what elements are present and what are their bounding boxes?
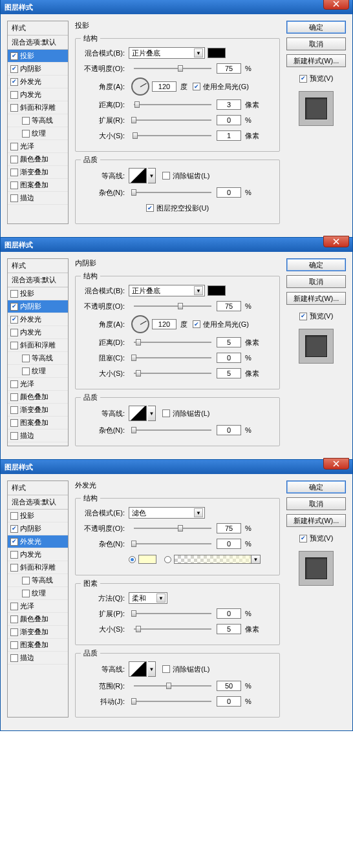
style-item-coloroverlay[interactable]: 颜色叠加 <box>8 613 68 626</box>
opacity-slider[interactable] <box>134 68 211 69</box>
checkbox-icon[interactable] <box>10 290 18 298</box>
jitter-slider[interactable] <box>134 701 211 702</box>
checkbox-icon[interactable] <box>10 104 18 112</box>
solid-color-radio[interactable] <box>129 556 136 563</box>
contour-picker[interactable] <box>129 406 147 421</box>
style-item-gradoverlay[interactable]: 渐变叠加 <box>8 626 68 639</box>
blending-defaults[interactable]: 混合选项:默认 <box>8 273 68 287</box>
style-item-gradoverlay[interactable]: 渐变叠加 <box>8 166 68 179</box>
style-item-satin[interactable]: 光泽 <box>8 600 68 613</box>
new-style-button[interactable]: 新建样式(W)... <box>286 514 346 527</box>
gradient-dropdown[interactable]: ▼ <box>251 555 261 564</box>
noise-value[interactable]: 0 <box>217 425 241 435</box>
range-slider[interactable] <box>134 685 211 687</box>
opacity-value[interactable]: 75 <box>217 301 241 311</box>
distance-slider[interactable] <box>134 104 211 105</box>
ok-button[interactable]: 确定 <box>286 21 346 34</box>
style-item-texture[interactable]: 纹理 <box>8 587 68 600</box>
style-item-gradoverlay[interactable]: 渐变叠加 <box>8 404 68 417</box>
checkbox-icon[interactable] <box>22 590 30 597</box>
noise-slider[interactable] <box>134 543 211 544</box>
checkbox-icon[interactable] <box>10 406 18 414</box>
cancel-button[interactable]: 取消 <box>286 37 346 50</box>
blendmode-select[interactable]: 正片叠底▼ <box>129 47 205 59</box>
style-item-coloroverlay[interactable]: 颜色叠加 <box>8 391 68 404</box>
style-item-stroke[interactable]: 描边 <box>8 652 68 665</box>
checkbox-icon[interactable] <box>10 512 18 520</box>
blending-defaults[interactable]: 混合选项:默认 <box>8 36 68 50</box>
preview-checkbox[interactable]: 预览(V) <box>286 311 346 321</box>
contour-picker[interactable] <box>129 168 147 183</box>
checkbox-icon[interactable] <box>10 603 18 610</box>
close-button[interactable] <box>323 0 349 10</box>
angle-value[interactable]: 120 <box>152 319 176 329</box>
style-item-stroke[interactable]: 描边 <box>8 192 68 205</box>
checkbox-icon[interactable] <box>22 367 30 375</box>
size-value[interactable]: 1 <box>217 130 241 141</box>
checkbox-icon[interactable] <box>10 65 18 73</box>
style-item-outerglow[interactable]: 外发光 <box>8 535 68 548</box>
style-item-innerglow[interactable]: 内发光 <box>8 88 68 101</box>
style-item-texture[interactable]: 纹理 <box>8 365 68 378</box>
titlebar[interactable]: 图层样式 <box>1 460 352 474</box>
ok-button[interactable]: 确定 <box>286 258 346 271</box>
size-slider[interactable] <box>134 373 211 374</box>
checkbox-icon[interactable] <box>299 313 307 320</box>
style-item-texture[interactable]: 纹理 <box>8 127 68 140</box>
preview-checkbox[interactable]: 预览(V) <box>286 74 346 83</box>
glow-gradient-picker[interactable] <box>174 555 251 564</box>
distance-slider[interactable] <box>134 342 211 343</box>
angle-dial[interactable] <box>131 315 149 333</box>
style-item-coloroverlay[interactable]: 颜色叠加 <box>8 153 68 166</box>
style-item-contour[interactable]: 等高线 <box>8 352 68 365</box>
shadow-color-swatch[interactable] <box>208 48 226 58</box>
style-item-outerglow[interactable]: 外发光 <box>8 76 68 88</box>
style-item-satin[interactable]: 光泽 <box>8 140 68 153</box>
style-item-innershadow[interactable]: 内阴影 <box>8 522 68 535</box>
spread-value[interactable]: 0 <box>217 608 241 619</box>
checkbox-icon[interactable] <box>162 172 170 180</box>
checkbox-icon[interactable] <box>10 564 18 572</box>
checkbox-icon[interactable] <box>10 538 18 546</box>
style-item-innershadow[interactable]: 内阴影 <box>8 300 68 313</box>
checkbox-icon[interactable] <box>162 409 170 417</box>
style-item-patoverlay[interactable]: 图案叠加 <box>8 639 68 652</box>
checkbox-icon[interactable] <box>193 83 200 90</box>
contour-picker[interactable] <box>129 661 147 677</box>
distance-value[interactable]: 5 <box>217 337 241 347</box>
checkbox-icon[interactable] <box>10 329 18 336</box>
checkbox-icon[interactable] <box>162 665 170 673</box>
blending-defaults[interactable]: 混合选项:默认 <box>8 495 68 510</box>
checkbox-icon[interactable] <box>10 303 18 311</box>
glow-color-swatch[interactable] <box>138 555 156 564</box>
style-item-dropshadow[interactable]: 投影 <box>8 287 68 300</box>
jitter-value[interactable]: 0 <box>217 696 241 707</box>
checkbox-icon[interactable] <box>10 380 18 388</box>
checkbox-icon[interactable] <box>299 75 307 83</box>
size-slider[interactable] <box>134 628 211 630</box>
angle-value[interactable]: 120 <box>152 81 176 92</box>
checkbox-icon[interactable] <box>22 130 30 138</box>
checkbox-icon[interactable] <box>299 535 307 542</box>
opacity-value[interactable]: 75 <box>217 523 241 533</box>
style-item-bevel[interactable]: 斜面和浮雕 <box>8 339 68 352</box>
style-item-innerglow[interactable]: 内发光 <box>8 326 68 339</box>
method-select[interactable]: 柔和▼ <box>129 592 167 604</box>
choke-value[interactable]: 0 <box>217 353 241 363</box>
checkbox-icon[interactable] <box>10 551 18 559</box>
checkbox-icon[interactable] <box>10 525 18 533</box>
style-item-outerglow[interactable]: 外发光 <box>8 313 68 326</box>
style-item-contour[interactable]: 等高线 <box>8 114 68 127</box>
style-item-innerglow[interactable]: 内发光 <box>8 548 68 561</box>
blendmode-select[interactable]: 正片叠底▼ <box>129 285 205 296</box>
size-value[interactable]: 5 <box>217 368 241 378</box>
style-item-bevel[interactable]: 斜面和浮雕 <box>8 561 68 574</box>
contour-dropdown[interactable]: ▼ <box>148 168 156 183</box>
contour-dropdown[interactable]: ▼ <box>148 406 156 421</box>
checkbox-icon[interactable] <box>10 342 18 349</box>
checkbox-icon[interactable] <box>10 181 18 189</box>
checkbox-icon[interactable] <box>10 641 18 649</box>
checkbox-icon[interactable] <box>10 615 18 623</box>
checkbox-icon[interactable] <box>10 91 18 99</box>
checkbox-icon[interactable] <box>10 194 18 202</box>
